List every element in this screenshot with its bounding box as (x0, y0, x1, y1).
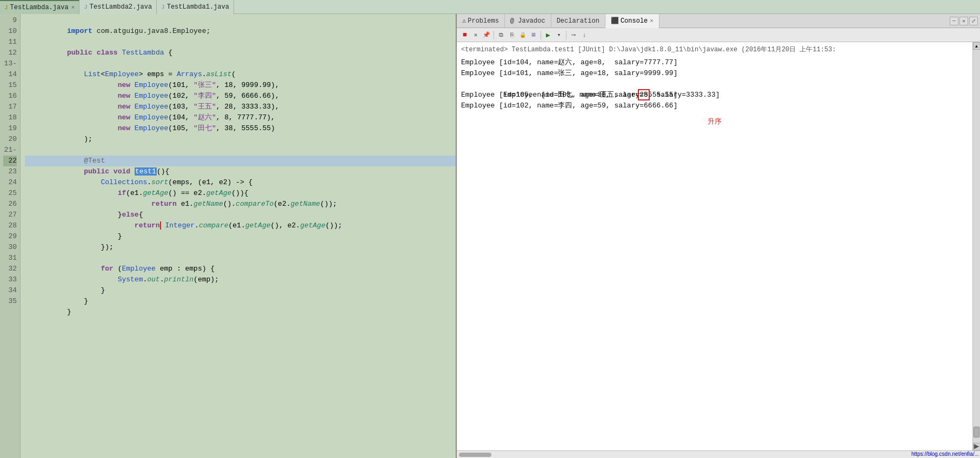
horizontal-scroll-thumb[interactable] (459, 453, 491, 457)
editor-tab-bar: J TestLambda.java × J TestLambda2.java J… (0, 0, 980, 14)
tab-problems-label: Problems (468, 17, 499, 25)
console-output-line-2: Employee [id=101, name=张三, age=18, salar… (461, 68, 968, 79)
watermark: https://blog.csdn.net/enfia/... (911, 451, 979, 457)
scroll-down-btn[interactable]: ▶ (973, 443, 981, 450)
horizontal-scrollbar[interactable] (457, 450, 980, 458)
line-numbers: 9 10 11 12 13- 14 15 16 17 18 19 20 21- … (0, 14, 21, 458)
toolbar-separator3 (566, 31, 566, 39)
editor-panel: 9 10 11 12 13- 14 15 16 17 18 19 20 21- … (0, 14, 456, 458)
console-close-icon[interactable]: × (650, 18, 654, 24)
close-console-btn[interactable]: ✕ (471, 30, 481, 40)
tab-testlambda1[interactable]: J TestLambda1.java (157, 0, 234, 14)
java-file-icon2: J (84, 4, 88, 10)
code-area[interactable]: 9 10 11 12 13- 14 15 16 17 18 19 20 21- … (0, 14, 456, 458)
tab-javadoc-label: @ Javadoc (510, 17, 545, 25)
copy-output-btn[interactable]: ⧉ (496, 30, 506, 40)
stop-btn[interactable]: ■ (460, 30, 470, 40)
tab-console-label: Console (621, 17, 648, 25)
code-line-31: for (Employee emp : emps) { (25, 253, 456, 264)
scroll-lock-btn[interactable]: 🔒 (518, 30, 528, 40)
console-output-line-3: Employee [id=103, name=王五, age=28, salar… (461, 79, 968, 90)
right-tab-bar: ⚠ Problems @ Javadoc Declaration ⬛ Conso… (457, 14, 980, 28)
tab-declaration[interactable]: Declaration (551, 14, 605, 28)
code-content[interactable]: import com.atguigu.java8.Employee; publi… (21, 14, 456, 458)
run-btn[interactable]: ▶ (543, 30, 553, 40)
console-output-line-5: Employee [id=102, name=李四, age=59, salar… (461, 100, 968, 111)
step-over-btn[interactable]: ⟶ (569, 30, 578, 40)
vertical-scrollbar[interactable]: ▲ ▶ (972, 42, 980, 450)
toolbar-separator (494, 31, 494, 39)
tab-javadoc[interactable]: @ Javadoc (505, 14, 551, 28)
tab-testlambda1-label: TestLambda1.java (167, 3, 229, 11)
problems-icon: ⚠ (462, 17, 466, 25)
step-in-btn[interactable]: ↓ (579, 30, 589, 40)
maximize-btn[interactable]: ⤢ (969, 17, 978, 25)
clear-console-btn[interactable]: ≡ (529, 30, 538, 40)
code-line-11: public class TestLambda { (25, 37, 456, 48)
close-btn[interactable]: ✕ (959, 17, 968, 25)
annotation-shengxu: 升序 (461, 117, 968, 127)
code-line-9: import com.atguigu.java8.Employee; (25, 15, 456, 26)
console-icon: ⬛ (611, 17, 619, 25)
right-panel: ⚠ Problems @ Javadoc Declaration ⬛ Conso… (456, 14, 980, 458)
console-output: <terminated> TestLambda.test1 [JUnit] D:… (457, 42, 972, 450)
tab-testlambda-label: TestLambda.java (10, 4, 69, 11)
java-file-icon3: J (161, 4, 165, 10)
pin-btn[interactable]: 📌 (482, 30, 491, 40)
tab-console[interactable]: ⬛ Console × (605, 14, 659, 28)
tab-testlambda[interactable]: J TestLambda.java × (0, 0, 79, 14)
arrow-dropdown-btn[interactable]: ▾ (554, 30, 564, 40)
tab-declaration-label: Declaration (557, 17, 599, 25)
tab-testlambda2-label: TestLambda2.java (90, 3, 152, 11)
minimize-btn[interactable]: — (950, 17, 958, 25)
code-line-35: } (25, 296, 456, 307)
tab-testlambda2[interactable]: J TestLambda2.java (79, 0, 157, 14)
java-file-icon: J (4, 4, 8, 11)
expand-icon: ▶ (974, 442, 979, 450)
tab-testlambda-close[interactable]: × (71, 4, 75, 11)
console-run-header: <terminated> TestLambda.test1 [JUnit] D:… (461, 44, 968, 55)
code-line-13: List<Employee> emps = Arrays.asList( (25, 58, 456, 69)
tab-controls: — ✕ ⤢ (950, 17, 978, 25)
scroll-up-btn[interactable]: ▲ (973, 42, 981, 50)
code-line-21: @Test (25, 145, 456, 156)
paste-input-btn[interactable]: ⎘ (507, 30, 517, 40)
console-output-line-1: Employee [id=104, name=赵六, age=8, salary… (461, 57, 968, 68)
scroll-knob[interactable] (974, 427, 979, 437)
scroll-track[interactable] (973, 50, 980, 443)
console-container: <terminated> TestLambda.test1 [JUnit] D:… (457, 42, 980, 450)
toolbar-separator2 (541, 31, 541, 39)
tab-problems[interactable]: ⚠ Problems (457, 14, 505, 28)
main-area: 9 10 11 12 13- 14 15 16 17 18 19 20 21- … (0, 14, 980, 458)
console-toolbar: ■ ✕ 📌 ⧉ ⎘ 🔒 ≡ ▶ ▾ ⟶ ↓ (457, 28, 980, 42)
